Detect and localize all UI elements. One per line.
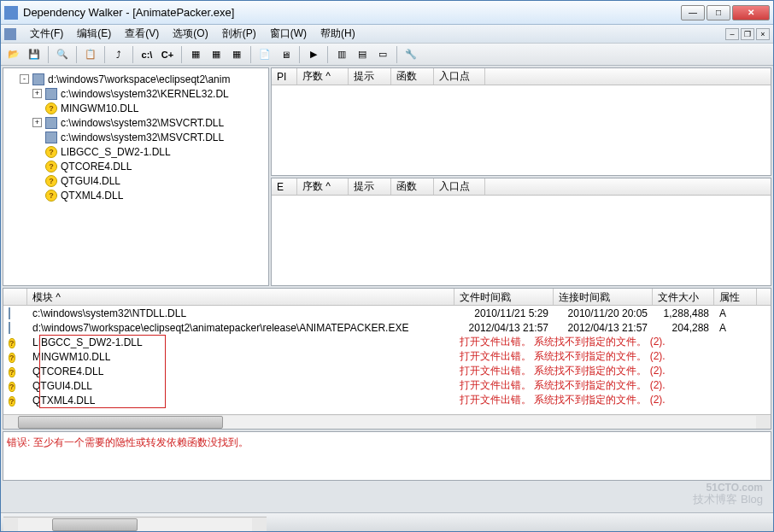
- mdi-restore-button[interactable]: ❐: [741, 28, 754, 40]
- column-header[interactable]: 提示: [349, 68, 391, 85]
- separator: [76, 46, 77, 63]
- tree-toggle[interactable]: +: [32, 118, 42, 127]
- module-row[interactable]: ?QTCORE4.DLL打开文件出错。 系统找不到指定的文件。 (2).: [3, 364, 771, 378]
- find-icon[interactable]: 🔍: [53, 45, 72, 64]
- module-row[interactable]: d:\windows7\workspace\eclipseqt2\animate…: [3, 320, 771, 335]
- module-attr: A: [714, 307, 757, 319]
- tree-node[interactable]: +c:\windows\system32\MSVCRT.DLL: [7, 115, 265, 130]
- column-header[interactable]: 属性: [714, 289, 757, 305]
- module-icon: [45, 88, 57, 100]
- menu-f[interactable]: 文件(F): [23, 25, 70, 43]
- separator: [250, 46, 251, 63]
- tree-label: QTXML4.DLL: [61, 190, 123, 202]
- save-icon[interactable]: 💾: [25, 45, 44, 64]
- column-header[interactable]: 提示: [349, 178, 391, 195]
- mdi-minimize-button[interactable]: –: [725, 28, 739, 40]
- cpp-icon[interactable]: C+: [158, 45, 177, 64]
- module-lt: 2012/04/13 21:57: [554, 322, 653, 334]
- autoexpand-icon[interactable]: ⤴: [109, 45, 128, 64]
- tree-node[interactable]: ?QTGUI4.DLL: [7, 173, 265, 188]
- module-row[interactable]: c:\windows\system32\NTDLL.DLL2010/11/21 …: [3, 306, 771, 320]
- tree-node[interactable]: ?QTXML4.DLL: [7, 188, 265, 202]
- log-pane[interactable]: 错误: 至少有一个需要的隐性或转发依赖函数没找到。: [3, 431, 771, 481]
- module-error: 打开文件出错。 系统找不到指定的文件。 (2).: [454, 393, 753, 407]
- properties-icon[interactable]: 📄: [255, 45, 274, 64]
- tree-node[interactable]: +c:\windows\system32\KERNEL32.DL: [7, 86, 265, 101]
- view1-icon[interactable]: ▦: [186, 45, 205, 64]
- view-module-icon[interactable]: ▥: [332, 45, 351, 64]
- tree-node[interactable]: -d:\windows7\workspace\eclipseqt2\anim: [7, 72, 265, 86]
- tree-node[interactable]: ?LIBGCC_S_DW2-1.DLL: [7, 144, 265, 159]
- menu-h[interactable]: 帮助(H): [314, 25, 362, 43]
- question-icon: ?: [9, 367, 15, 377]
- module-attr: A: [714, 322, 757, 334]
- module-name: QTXML4.DLL: [27, 395, 454, 406]
- tree-node[interactable]: ?MINGWM10.DLL: [7, 101, 265, 115]
- view-list-icon[interactable]: ▤: [353, 45, 372, 64]
- question-icon: ?: [45, 175, 57, 187]
- close-button[interactable]: ✕: [732, 5, 770, 20]
- column-header[interactable]: [3, 289, 27, 305]
- tree-toggle[interactable]: +: [32, 89, 42, 98]
- tree-node[interactable]: ?QTCORE4.DLL: [7, 159, 265, 173]
- module-row[interactable]: ?LIBGCC_S_DW2-1.DLL打开文件出错。 系统找不到指定的文件。 (…: [3, 335, 771, 349]
- view2-icon[interactable]: ▦: [207, 45, 226, 64]
- copy-icon[interactable]: 📋: [81, 45, 100, 64]
- module-ft: 2010/11/21 5:29: [454, 307, 554, 319]
- module-lt: 2010/11/20 20:05: [554, 307, 653, 319]
- modules-scrollbar[interactable]: [3, 414, 771, 429]
- maximize-button[interactable]: □: [707, 5, 730, 20]
- tree-node[interactable]: c:\windows\system32\MSVCRT.DLL: [7, 130, 265, 144]
- parent-imports-pane[interactable]: PI序数 ^提示函数入口点: [271, 67, 771, 176]
- column-header[interactable]: PI: [272, 68, 297, 85]
- separator: [132, 46, 133, 63]
- tree-toggle[interactable]: -: [20, 74, 29, 84]
- column-header[interactable]: E: [272, 178, 297, 195]
- tree-label: c:\windows\system32\KERNEL32.DL: [61, 88, 229, 100]
- modules-list[interactable]: 模块 ^文件时间戳连接时间戳文件大小属性 c:\windows\system32…: [3, 288, 771, 430]
- column-header[interactable]: 入口点: [434, 178, 485, 195]
- exports-pane[interactable]: E序数 ^提示函数入口点: [271, 178, 771, 286]
- column-header[interactable]: 文件大小: [653, 289, 714, 305]
- column-header[interactable]: 连接时间戳: [554, 289, 653, 305]
- view-log-icon[interactable]: ▭: [373, 45, 392, 64]
- c-icon[interactable]: c:\: [138, 45, 156, 64]
- question-icon: ?: [45, 190, 57, 202]
- question-icon: ?: [9, 338, 15, 348]
- column-header[interactable]: 函数: [391, 68, 434, 85]
- column-header[interactable]: 模块 ^: [27, 289, 454, 305]
- configure-icon[interactable]: 🔧: [402, 45, 420, 64]
- module-row[interactable]: ?QTXML4.DLL打开文件出错。 系统找不到指定的文件。 (2).: [3, 393, 771, 407]
- menu-p[interactable]: 剖析(P): [215, 25, 263, 43]
- log-error-line: 错误: 至少有一个需要的隐性或转发依赖函数没找到。: [7, 436, 767, 450]
- open-icon[interactable]: 📂: [4, 45, 23, 64]
- module-size: 1,288,488: [653, 307, 714, 319]
- module-icon: [32, 73, 44, 85]
- separator: [48, 46, 49, 63]
- column-header[interactable]: 入口点: [434, 68, 485, 85]
- menu-e[interactable]: 编辑(E): [70, 25, 118, 43]
- module-row[interactable]: ?MINGWM10.DLL打开文件出错。 系统找不到指定的文件。 (2).: [3, 349, 771, 364]
- module-name: LIBGCC_S_DW2-1.DLL: [27, 336, 454, 348]
- profile-icon[interactable]: ▶: [304, 45, 323, 64]
- menubar: 文件(F)编辑(E)查看(V)选项(O)剖析(P)窗口(W)帮助(H) – ❐ …: [1, 25, 773, 44]
- column-header[interactable]: 文件时间戳: [454, 289, 554, 305]
- system-info-icon[interactable]: 🖥: [276, 45, 295, 64]
- column-header[interactable]: 函数: [391, 178, 434, 195]
- menu-w[interactable]: 窗口(W): [263, 25, 314, 43]
- module-row[interactable]: ?QTGUI4.DLL打开文件出错。 系统找不到指定的文件。 (2).: [3, 378, 771, 393]
- menu-o[interactable]: 选项(O): [166, 25, 214, 43]
- tree-label: QTCORE4.DLL: [61, 161, 132, 172]
- module-icon: [9, 322, 10, 334]
- column-header[interactable]: 序数 ^: [297, 68, 349, 85]
- question-icon: ?: [9, 396, 15, 406]
- module-icon: [45, 132, 57, 143]
- titlebar[interactable]: Dependency Walker - [AnimatePacker.exe] …: [1, 1, 773, 25]
- column-header[interactable]: 序数 ^: [297, 178, 349, 195]
- menu-v[interactable]: 查看(V): [118, 25, 166, 43]
- minimize-button[interactable]: —: [681, 5, 705, 20]
- dependency-tree[interactable]: -d:\windows7\workspace\eclipseqt2\anim+c…: [3, 67, 269, 286]
- view3-icon[interactable]: ▦: [227, 45, 246, 64]
- mdi-close-button[interactable]: ×: [756, 28, 770, 40]
- question-icon: ?: [45, 146, 57, 158]
